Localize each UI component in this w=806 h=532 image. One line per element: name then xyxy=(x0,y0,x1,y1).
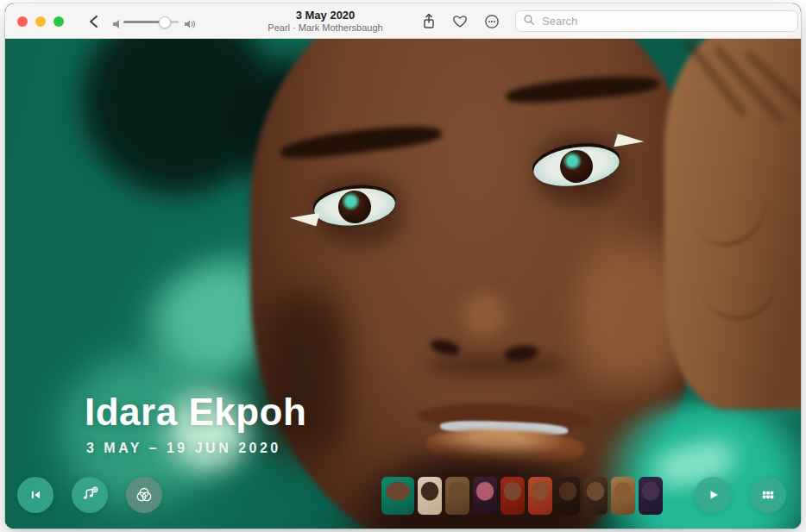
memory-thumbnail[interactable] xyxy=(556,477,580,515)
filters-icon xyxy=(135,485,154,504)
memory-date-range: 3 MAY – 19 JUN 2020 xyxy=(86,441,281,456)
photo-iris xyxy=(337,189,373,225)
memory-thumbnail-strip[interactable] xyxy=(381,477,663,515)
memory-thumbnail[interactable] xyxy=(528,477,552,515)
filters-button[interactable] xyxy=(126,477,162,513)
memory-thumbnail[interactable] xyxy=(418,477,442,515)
memory-title: Idara Ekpoh xyxy=(85,391,306,434)
photo-nose xyxy=(454,289,514,341)
window-title: 3 May 2020 xyxy=(268,9,382,22)
memory-thumbnail[interactable] xyxy=(445,477,469,515)
volume-slider[interactable] xyxy=(123,21,179,23)
more-options-button[interactable] xyxy=(482,12,501,31)
memory-thumbnail[interactable] xyxy=(583,477,608,515)
speaker-waves-icon xyxy=(180,15,199,34)
volume-slider-knob[interactable] xyxy=(159,16,171,28)
memory-thumbnail[interactable] xyxy=(501,477,525,515)
skip-back-icon xyxy=(27,486,44,504)
back-button[interactable] xyxy=(85,12,104,31)
search-input[interactable] xyxy=(540,14,790,28)
memory-thumbnail-current[interactable] xyxy=(381,477,414,515)
speaker-low-icon xyxy=(107,15,126,34)
music-note-plus-icon xyxy=(80,485,99,504)
grid-view-button[interactable] xyxy=(750,477,786,513)
memory-thumbnail[interactable] xyxy=(639,477,663,515)
now-playing-subtitle: Pearl · Mark Mothersbaugh xyxy=(268,22,382,34)
grid-icon xyxy=(759,486,777,504)
zoom-window-button[interactable] xyxy=(54,16,64,27)
favorite-heart-button[interactable] xyxy=(450,12,469,31)
photos-app-window: 3 May 2020 Pearl · Mark Mothersbaugh xyxy=(5,3,801,529)
magnifier-icon xyxy=(523,14,535,29)
memory-thumbnail[interactable] xyxy=(611,477,635,515)
photo-shading xyxy=(261,246,347,504)
memory-thumbnail[interactable] xyxy=(473,477,497,515)
skip-back-button[interactable] xyxy=(17,477,54,513)
play-icon xyxy=(704,486,721,504)
add-music-button[interactable] xyxy=(72,477,108,513)
play-button[interactable] xyxy=(695,477,731,513)
close-window-button[interactable] xyxy=(17,16,28,27)
share-button[interactable] xyxy=(419,12,438,31)
toolbar: 3 May 2020 Pearl · Mark Mothersbaugh xyxy=(5,3,801,39)
photo-shading xyxy=(426,356,564,375)
memory-cover-photo: Idara Ekpoh 3 MAY – 19 JUN 2020 xyxy=(5,39,801,529)
window-title-group: 3 May 2020 Pearl · Mark Mothersbaugh xyxy=(268,9,382,34)
minimize-window-button[interactable] xyxy=(35,16,46,27)
photo-iris xyxy=(558,148,595,185)
search-field[interactable] xyxy=(515,10,798,32)
